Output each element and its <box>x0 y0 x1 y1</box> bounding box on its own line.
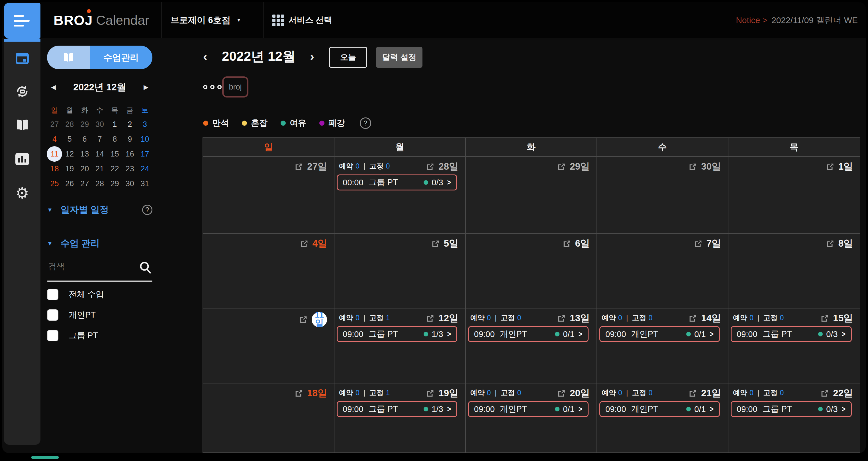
event-card[interactable]: 09:00 개인PT 0/1 > <box>599 326 720 342</box>
help-icon[interactable]: ? <box>142 205 152 215</box>
open-day-link[interactable]: 22일 <box>820 387 853 400</box>
class-manage-label[interactable]: 수업 관리 <box>61 237 100 250</box>
open-day-link[interactable]: 19일 <box>425 387 458 400</box>
mini-calendar-day[interactable]: 28 <box>92 176 107 191</box>
mini-next-month-button[interactable]: ▶ <box>144 84 148 91</box>
sidebar-item-classes[interactable] <box>4 113 40 137</box>
event-card[interactable]: 09:00 그룹 PT 1/3 > <box>337 401 457 417</box>
mini-calendar-day[interactable]: 2 <box>122 117 137 132</box>
open-day-link[interactable]: 4일 <box>300 237 327 250</box>
prev-month-button[interactable]: ‹ <box>203 49 207 64</box>
sidebar-item-sync[interactable] <box>4 80 40 104</box>
open-day-link[interactable]: 18일 <box>294 387 327 400</box>
calendar-day-cell[interactable]: | 27일 <box>203 157 335 234</box>
open-day-link[interactable]: 15일 <box>820 312 853 325</box>
mini-calendar-day[interactable]: 23 <box>122 161 137 176</box>
calendar-day-cell[interactable]: | 30일 <box>597 157 728 234</box>
calendar-day-cell[interactable]: | 1일 <box>728 157 860 234</box>
mini-calendar-day[interactable]: 31 <box>137 176 152 191</box>
hamburger-menu-button[interactable] <box>4 3 40 39</box>
mini-calendar-day[interactable]: 25 <box>47 176 62 191</box>
calendar-day-cell[interactable]: 예약 0 | 고정 0 15일 09:00 그룹 PT 0/3 > <box>728 309 860 383</box>
open-day-link[interactable]: 29일 <box>557 160 590 173</box>
help-icon[interactable]: ? <box>360 117 371 129</box>
mini-calendar-day[interactable]: 8 <box>107 132 122 147</box>
mini-calendar-day[interactable]: 24 <box>137 161 152 176</box>
next-month-button[interactable]: › <box>310 49 314 64</box>
mini-calendar-day[interactable]: 5 <box>62 132 77 147</box>
mini-calendar-day[interactable]: 17 <box>137 147 152 161</box>
mini-calendar-day[interactable]: 18 <box>47 161 62 176</box>
mini-calendar-day[interactable]: 11 <box>47 147 62 161</box>
event-card[interactable]: 00:00 그룹 PT 0/3 > <box>337 174 457 191</box>
mini-calendar-day[interactable]: 27 <box>77 176 92 191</box>
class-management-button[interactable]: 수업관리 <box>47 46 152 69</box>
open-day-link[interactable]: 6일 <box>562 237 590 250</box>
event-card[interactable]: 09:00 그룹 PT 0/3 > <box>731 401 852 417</box>
search-icon[interactable] <box>139 261 152 275</box>
event-card[interactable]: 09:00 그룹 PT 0/3 > <box>731 326 852 342</box>
search-input[interactable] <box>48 262 131 271</box>
calendar-day-cell[interactable]: | 4일 <box>203 234 335 309</box>
event-card[interactable]: 09:00 개인PT 0/1 > <box>599 401 720 417</box>
calendar-day-cell[interactable]: | 8일 <box>728 234 860 309</box>
collapse-triangle-icon[interactable]: ▼ <box>47 240 53 247</box>
open-day-link[interactable]: 11일 <box>299 312 327 327</box>
mini-calendar-day[interactable]: 29 <box>107 176 122 191</box>
mini-calendar-day[interactable]: 27 <box>47 117 62 132</box>
event-card[interactable]: 09:00 개인PT 0/1 > <box>468 326 589 342</box>
today-button[interactable]: 오늘 <box>329 47 367 68</box>
trainer-chip[interactable]: broj <box>222 77 248 97</box>
open-day-link[interactable]: 8일 <box>825 237 853 250</box>
daily-schedule-label[interactable]: 일자별 일정 <box>61 204 109 216</box>
open-day-link[interactable]: 14일 <box>688 312 721 325</box>
calendar-day-cell[interactable]: | 29일 <box>466 157 597 234</box>
service-select-button[interactable]: 서비스 선택 <box>272 2 332 38</box>
open-day-link[interactable]: 27일 <box>294 160 327 173</box>
open-day-link[interactable]: 30일 <box>688 160 721 173</box>
mini-calendar-day[interactable]: 30 <box>92 117 107 132</box>
calendar-day-cell[interactable]: 예약 0 | 고정 0 14일 09:00 개인PT 0/1 > <box>597 309 728 383</box>
notice-ticker[interactable]: Notice > 2022/11/09 캘린더 WE <box>736 2 858 38</box>
mini-calendar-day[interactable]: 6 <box>77 132 92 147</box>
open-day-link[interactable]: 12일 <box>425 312 458 325</box>
open-day-link[interactable]: 1일 <box>825 160 853 173</box>
calendar-day-cell[interactable]: 예약 0 | 고정 0 13일 09:00 개인PT 0/1 > <box>466 309 597 383</box>
mini-calendar-day[interactable]: 4 <box>47 132 62 147</box>
mini-calendar-day[interactable]: 26 <box>62 176 77 191</box>
mini-calendar-day[interactable]: 14 <box>92 147 107 161</box>
mini-calendar-day[interactable]: 30 <box>122 176 137 191</box>
calendar-day-cell[interactable]: 예약 0 | 고정 1 12일 09:00 그룹 PT 1/3 > <box>335 309 466 383</box>
mini-calendar-day[interactable]: 29 <box>77 117 92 132</box>
mini-calendar-day[interactable]: 1 <box>107 117 122 132</box>
sidebar-item-settings[interactable]: ⚙ <box>4 181 40 205</box>
open-day-link[interactable]: 13일 <box>557 312 590 325</box>
event-card[interactable]: 09:00 개인PT 0/1 > <box>468 401 589 417</box>
calendar-settings-button[interactable]: 달력 설정 <box>376 47 423 68</box>
filter-checkbox[interactable] <box>47 330 58 341</box>
calendar-day-cell[interactable]: | 7일 <box>597 234 728 309</box>
mini-calendar-day[interactable]: 22 <box>107 161 122 176</box>
calendar-day-cell[interactable]: 예약 0 | 고정 0 22일 09:00 그룹 PT 0/3 > <box>728 383 860 453</box>
sidebar-item-stats[interactable] <box>4 147 40 171</box>
mini-calendar-day[interactable]: 9 <box>122 132 137 147</box>
mini-calendar-day[interactable]: 21 <box>92 161 107 176</box>
mini-calendar-day[interactable]: 10 <box>137 132 152 147</box>
filter-checkbox[interactable] <box>47 289 58 300</box>
mini-calendar-day[interactable]: 3 <box>137 117 152 132</box>
calendar-day-cell[interactable]: 예약 0 | 고정 0 28일 00:00 그룹 PT 0/3 > <box>335 157 466 234</box>
calendar-day-cell[interactable]: | 5일 <box>335 234 466 309</box>
mini-calendar-day[interactable]: 12 <box>62 147 77 161</box>
open-day-link[interactable]: 28일 <box>425 160 458 173</box>
filter-checkbox[interactable] <box>47 309 58 321</box>
mini-calendar-day[interactable]: 13 <box>77 147 92 161</box>
open-day-link[interactable]: 7일 <box>693 237 721 250</box>
mini-calendar-day[interactable]: 16 <box>122 147 137 161</box>
calendar-day-cell[interactable]: | 18일 <box>203 383 335 453</box>
collapse-triangle-icon[interactable]: ▼ <box>47 207 53 213</box>
open-day-link[interactable]: 5일 <box>431 237 458 250</box>
mini-calendar-day[interactable]: 19 <box>62 161 77 176</box>
mini-calendar-day[interactable]: 7 <box>92 132 107 147</box>
mini-calendar-day[interactable]: 15 <box>107 147 122 161</box>
store-selector-dropdown[interactable]: 브로제이 6호점 ▼ <box>170 2 241 38</box>
